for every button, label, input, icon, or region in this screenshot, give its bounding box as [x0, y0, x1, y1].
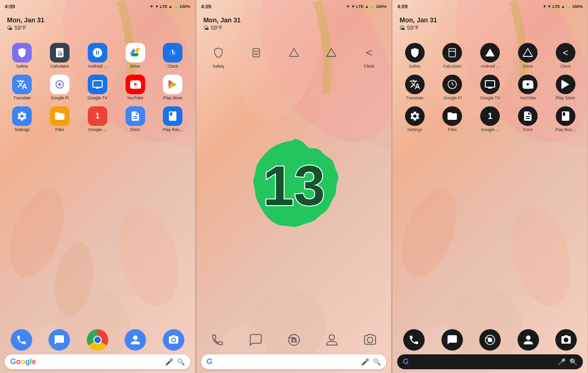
dock-messages-left[interactable]: [49, 329, 70, 351]
dock-contacts-left[interactable]: [125, 329, 146, 351]
app-safety-left[interactable]: Safety: [4, 43, 41, 69]
app-drive-left[interactable]: Drive: [117, 43, 154, 69]
search-bar-middle[interactable]: G 🎤 🔍: [201, 354, 387, 369]
dock-contacts-right[interactable]: [518, 329, 539, 351]
app-label-translate-left: Translate: [14, 96, 31, 100]
google-g-right: G: [403, 358, 408, 366]
status-bar-left: 4:09 ✦ ▼ LTE ▲ 🔋 100%: [0, 0, 195, 13]
app-youtube-left[interactable]: YouTube: [117, 75, 154, 100]
dock-right: [395, 329, 585, 351]
date-widget-left: Mon, Jan 31 🌤 59°F: [7, 16, 44, 31]
app-google1-left[interactable]: 1 Google ...: [79, 106, 116, 132]
app-label-safety-left: Safety: [16, 64, 28, 69]
dock-chrome-right[interactable]: [479, 329, 501, 351]
app-label-docs-right: Docs: [523, 127, 533, 132]
app-googlefi-left[interactable]: Google Fi: [42, 75, 78, 100]
app-grid-row1-right: Safety Calculator Android ... Drive < Cl…: [396, 43, 584, 69]
google-g-middle: G: [207, 358, 212, 366]
dock-phone-middle[interactable]: [207, 329, 228, 351]
app-googlefi-right[interactable]: Google Fi: [434, 75, 471, 100]
app-drive-right[interactable]: Drive: [510, 43, 546, 69]
app-safety-middle[interactable]: Safety: [200, 43, 237, 69]
lens-icon-left[interactable]: 🔍: [177, 358, 185, 366]
dock-messages-right[interactable]: [441, 329, 463, 351]
weather-right: 🌤 59°F: [399, 25, 437, 31]
weather-icon-left: 🌤: [7, 25, 13, 31]
status-icons-right: ✦ ▼ LTE ▲ 🔋 100%: [543, 4, 583, 9]
lte-label-r: LTE: [553, 4, 560, 9]
status-bar-middle: 4:09 ✦ ▼ LTE ▲ 🔋 100%: [196, 0, 392, 13]
app-safety-right[interactable]: Safety: [396, 43, 433, 69]
lens-icon-middle[interactable]: 🔍: [373, 358, 381, 366]
dock-camera-right[interactable]: [555, 329, 577, 351]
dock-messages-middle[interactable]: [245, 329, 266, 351]
dock-chrome-left[interactable]: [87, 329, 108, 351]
app-settings-left[interactable]: Settings: [4, 106, 41, 132]
svg-text:1: 1: [95, 112, 99, 120]
app-androidauto-right[interactable]: Android ...: [472, 43, 509, 69]
app-docs-left[interactable]: Docs: [117, 106, 154, 132]
svg-text:13: 13: [263, 154, 325, 217]
dock-left: [2, 329, 193, 351]
mic-icon-right[interactable]: 🎤: [558, 358, 566, 366]
app-label-googlefi-left: Google Fi: [51, 96, 69, 100]
app-playstore-right[interactable]: Play Store: [547, 75, 584, 100]
search-icons-middle: 🎤 🔍: [361, 358, 381, 366]
app-androidauto-left[interactable]: Android ...: [79, 43, 116, 69]
app-files-right[interactable]: Files: [434, 106, 471, 132]
dock-camera-middle[interactable]: [359, 329, 381, 351]
app-calculator-left[interactable]: Calculator: [42, 43, 78, 69]
google-g-left: Google: [10, 358, 36, 366]
svg-rect-18: [253, 48, 259, 57]
search-bar-left[interactable]: Google 🎤 🔍: [5, 354, 190, 369]
weather-middle: 🌤 59°F: [203, 25, 241, 31]
app-grid-row3-left: Settings Files 1 Google ... Docs: [4, 106, 191, 132]
app-label-safety-middle: Safety: [212, 64, 224, 69]
bluetooth-icon-r: ✦: [543, 4, 546, 9]
app-playbooks-right[interactable]: Play Boo...: [547, 106, 584, 132]
lte-label: LTE: [160, 4, 167, 9]
search-bar-right[interactable]: G 🎤 🔍: [397, 354, 583, 369]
app-googletv-right[interactable]: Google TV: [472, 75, 509, 100]
date-widget-right: Mon, Jan 31 🌤 59°F: [399, 16, 437, 31]
status-icons-middle: ✦ ▼ LTE ▲ 🔋 100%: [346, 4, 386, 9]
app-youtube-right[interactable]: YouTube: [510, 75, 546, 100]
app-files-left[interactable]: Files: [42, 106, 78, 132]
app-calculator-right[interactable]: Calculator: [434, 43, 471, 69]
app-label-translate-right: Translate: [406, 96, 423, 100]
app-grid-row3-right: Settings Files 1 Google ... Docs Play Bo…: [396, 106, 584, 132]
dock-contacts-middle[interactable]: [321, 329, 343, 351]
app-clock-right[interactable]: < Clock: [547, 43, 584, 69]
weather-temp-right: 59°F: [407, 25, 419, 31]
dock-chrome-middle[interactable]: [283, 329, 305, 351]
app-label-playbooks-right: Play Boo...: [555, 127, 576, 132]
bluetooth-icon: ✦: [150, 4, 154, 9]
app-drive-middle[interactable]: [313, 43, 350, 69]
app-clock-left[interactable]: Clock: [154, 43, 191, 69]
weather-temp-middle: 59°F: [211, 25, 223, 31]
app-google1-right[interactable]: 1 Google ...: [472, 106, 509, 132]
app-playbooks-left[interactable]: Play Boo...: [154, 106, 191, 132]
signal-bars-r: ▲: [561, 4, 565, 9]
dock-phone-right[interactable]: [403, 329, 425, 351]
app-calculator-middle[interactable]: [238, 43, 274, 69]
app-playstore-left[interactable]: Play Store: [154, 75, 191, 100]
mic-icon-left[interactable]: 🎤: [165, 358, 173, 366]
app-label-youtube-right: YouTube: [519, 96, 536, 100]
app-androidauto-middle[interactable]: [275, 43, 312, 69]
app-clock-middle[interactable]: < Clock: [351, 43, 388, 69]
app-settings-right[interactable]: Settings: [396, 106, 433, 132]
mic-icon-middle[interactable]: 🎤: [361, 358, 369, 366]
app-label-googletv-right: Google TV: [480, 96, 500, 100]
dock-phone-left[interactable]: [11, 329, 32, 351]
status-time-middle: 4:09: [201, 4, 211, 9]
app-googletv-left[interactable]: Google TV: [79, 75, 116, 100]
app-translate-left[interactable]: Translate: [4, 75, 41, 100]
app-translate-right[interactable]: Translate: [396, 75, 433, 100]
app-label-youtube-left: YouTube: [127, 96, 143, 100]
app-label-google1-right: Google ...: [481, 127, 499, 132]
app-label-androidauto-left: Android ...: [88, 64, 107, 69]
app-docs-right[interactable]: Docs: [510, 106, 546, 132]
dock-camera-left[interactable]: [163, 329, 184, 351]
lens-icon-right[interactable]: 🔍: [569, 358, 577, 366]
